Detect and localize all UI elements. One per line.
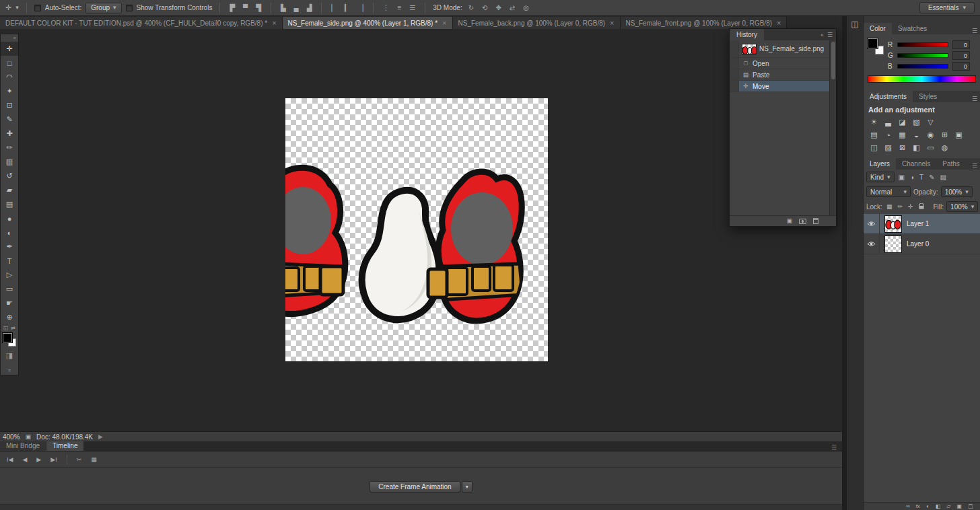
filter-type-layers-icon[interactable]: T	[918, 174, 925, 181]
green-value-field[interactable]: 0	[952, 51, 970, 60]
rectangle-tool[interactable]: ▭	[1, 282, 18, 296]
spot-healing-tool[interactable]: ✚	[1, 126, 18, 141]
delete-state-icon[interactable]	[813, 218, 818, 224]
brush-tool[interactable]: ✏	[1, 141, 18, 155]
adjustment-icon[interactable]: ▭	[925, 143, 936, 153]
distribute-left-edges-icon[interactable]: ⋮	[381, 3, 392, 12]
blue-slider[interactable]	[897, 64, 948, 69]
toolbar-collapse-icon[interactable]: «	[1, 34, 18, 42]
status-widget-icon[interactable]: ▣	[26, 434, 32, 440]
green-slider[interactable]	[897, 53, 948, 58]
foreground-background-swatches[interactable]	[2, 332, 17, 347]
lock-image-pixels-icon[interactable]: ✏	[896, 203, 904, 210]
tab-swatches[interactable]: Swatches	[892, 23, 933, 34]
align-bottom-edges-icon[interactable]: ▟	[305, 3, 314, 12]
close-icon[interactable]: ×	[610, 19, 614, 27]
layer-row-layer1[interactable]: Layer 1	[864, 214, 980, 234]
first-frame-icon[interactable]: I◀	[7, 456, 13, 463]
red-slider[interactable]	[897, 42, 948, 47]
layer-row-layer0[interactable]: Layer 0	[864, 234, 980, 254]
layer-style-icon[interactable]: fx	[916, 503, 920, 509]
collapsed-panel-icon[interactable]: ◫	[851, 20, 858, 28]
3d-rotate-icon[interactable]: ↻	[466, 3, 476, 12]
workspace-switcher-button[interactable]: Essentials ▾	[919, 2, 975, 13]
layer-thumbnail[interactable]	[884, 215, 902, 233]
eyedropper-tool[interactable]: ✎	[1, 112, 18, 126]
panel-menu-icon[interactable]: ☰	[831, 444, 842, 451]
timeline-type-dropdown[interactable]: ▾	[462, 481, 473, 493]
align-right-edges-icon[interactable]: ▜	[254, 3, 263, 12]
layer-visibility-toggle[interactable]	[864, 214, 880, 233]
selective-color-adjustment-icon[interactable]: ⊠	[897, 143, 908, 153]
snapshot-thumbnail[interactable]	[742, 44, 757, 54]
document-tab[interactable]: DEFAULT COLOR KIT - TUT EDITION.psd @ 40…	[0, 17, 283, 29]
align-top-edges-icon[interactable]: ▙	[279, 3, 288, 12]
document-tab[interactable]: NS_Female_front.png @ 100% (Layer 0, RGB…	[621, 17, 788, 29]
3d-drag-icon[interactable]: ✥	[493, 3, 503, 12]
tab-channels[interactable]: Channels	[896, 158, 936, 170]
distribute-bottom-edges-icon[interactable]: ▕	[356, 3, 365, 12]
play-icon[interactable]: ▶	[36, 456, 41, 463]
timeline-scroll-track[interactable]	[0, 504, 842, 510]
blue-value-field[interactable]: 0	[952, 62, 970, 71]
hue-saturation-adjustment-icon[interactable]: ▤	[868, 130, 880, 140]
path-selection-tool[interactable]: ▷	[1, 268, 18, 282]
panel-menu-icon[interactable]: ☰	[972, 163, 980, 170]
distribute-top-edges-icon[interactable]: ▏	[329, 3, 339, 12]
gradient-tool[interactable]: ▤	[1, 197, 18, 211]
auto-select-dropdown[interactable]: Group ▾	[85, 3, 121, 13]
layer-thumbnail[interactable]	[884, 235, 902, 253]
collapse-panel-icon[interactable]: «	[820, 32, 824, 38]
current-tool-icon[interactable]: ✛	[5, 4, 11, 11]
filter-adjustment-layers-icon[interactable]: ◑	[909, 174, 915, 181]
exposure-adjustment-icon[interactable]: ▧	[911, 117, 922, 127]
crop-tool[interactable]: ⊡	[1, 98, 18, 112]
adjustment-icon[interactable]: ◍	[939, 143, 950, 153]
3d-scale-icon[interactable]: ◎	[521, 3, 531, 12]
distribute-right-edges-icon[interactable]: ☰	[407, 3, 417, 12]
history-snapshot-row[interactable]: NS_Female_side.png	[730, 40, 829, 58]
foreground-color-swatch[interactable]	[3, 333, 12, 342]
new-snapshot-icon[interactable]	[799, 219, 806, 224]
foreground-color-swatch[interactable]	[868, 38, 878, 48]
panel-menu-icon[interactable]: ☰	[827, 32, 833, 38]
dodge-tool[interactable]: ◐	[1, 225, 18, 240]
lock-all-icon[interactable]	[917, 203, 925, 211]
align-horizontal-centers-icon[interactable]: ▀	[241, 3, 250, 12]
history-source-gutter[interactable]	[730, 40, 739, 57]
3d-roll-icon[interactable]: ⟲	[480, 3, 489, 12]
frame-settings-icon[interactable]: ▦	[91, 456, 97, 463]
filter-smart-objects-icon[interactable]: ▤	[939, 174, 948, 181]
tab-mini-bridge[interactable]: Mini Bridge	[0, 441, 46, 451]
tab-timeline[interactable]: Timeline	[46, 441, 83, 451]
screen-mode-button[interactable]: ▫	[1, 363, 18, 377]
red-value-field[interactable]: 0	[952, 40, 970, 49]
history-source-gutter[interactable]	[730, 81, 739, 92]
history-state-open[interactable]: □ Open	[730, 58, 829, 69]
tool-preset-chevron-icon[interactable]: ▾	[15, 5, 19, 11]
quick-mask-button[interactable]: ◨	[1, 349, 18, 363]
lasso-tool[interactable]: ◠	[1, 70, 18, 84]
distribute-vertical-centers-icon[interactable]: ▎	[343, 3, 352, 12]
tab-adjustments[interactable]: Adjustments	[864, 91, 913, 102]
status-options-arrow-icon[interactable]: ▶	[98, 434, 103, 440]
document-tab[interactable]: NS_Female_back.png @ 100% (Layer 0, RGB/…	[453, 17, 621, 29]
adjustment-layer-icon[interactable]: ◧	[936, 503, 941, 509]
zoom-level-field[interactable]: 400%	[3, 433, 20, 441]
rectangular-marquee-tool[interactable]: □	[1, 56, 18, 70]
swap-colors-icon[interactable]: ⇄	[11, 326, 15, 331]
pen-tool[interactable]: ✒	[1, 240, 18, 254]
history-brush-tool[interactable]: ↺	[1, 169, 18, 183]
opacity-field[interactable]: 100% ▾	[941, 186, 973, 197]
history-source-gutter[interactable]	[730, 69, 739, 80]
layer-filter-kind-dropdown[interactable]: Kind ▾	[866, 172, 895, 182]
vibrance-adjustment-icon[interactable]: ▽	[925, 117, 936, 127]
tab-layers[interactable]: Layers	[864, 158, 896, 170]
filter-pixel-layers-icon[interactable]: ▣	[897, 174, 906, 181]
color-balance-adjustment-icon[interactable]: ◔	[882, 130, 894, 140]
distribute-horizontal-centers-icon[interactable]: ≡	[396, 3, 404, 12]
hand-tool[interactable]: ☛	[1, 296, 18, 310]
layer-visibility-toggle[interactable]	[864, 234, 880, 254]
lock-position-icon[interactable]: ✛	[907, 203, 915, 210]
threshold-adjustment-icon[interactable]: ▨	[882, 143, 894, 153]
